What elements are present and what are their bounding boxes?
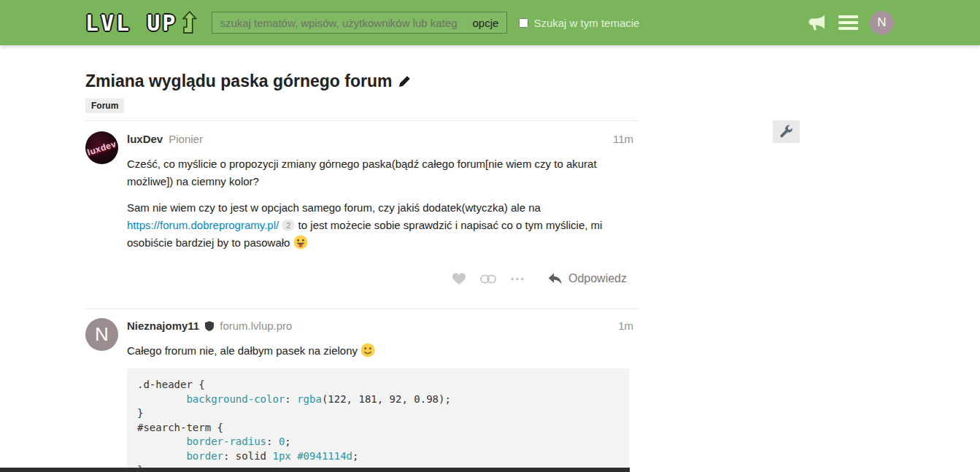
post-2-site: forum.lvlup.pro [220, 320, 292, 332]
reply-arrow-icon [548, 273, 562, 285]
topic-admin-wrench-button[interactable] [773, 120, 800, 143]
post-1-actions: Odpowiedz [127, 269, 638, 288]
search-input[interactable] [212, 17, 464, 29]
post-2-avatar-col: N [85, 318, 127, 472]
code-block: .d-header { background-color: rgba(122, … [127, 368, 629, 472]
category-badge[interactable]: Forum [85, 98, 124, 113]
post-2: N Nieznajomy11 forum.lvlup.pro 1m Całego… [85, 309, 638, 472]
post-1-meta: luxDev Pionier 11m [127, 131, 638, 145]
reply-button-label: Odpowiedz [568, 272, 627, 285]
up-arrow-logo-icon [181, 9, 197, 36]
post-1-content: Cześć, co myślicie o propozycji zmiany g… [127, 155, 638, 252]
post-1-user-title: Pionier [169, 133, 203, 145]
edit-title-button[interactable] [398, 75, 411, 88]
post-1-avatar-col: luxdev [85, 131, 127, 309]
current-user-avatar[interactable]: N [870, 11, 894, 35]
reply-button[interactable]: Odpowiedz [548, 272, 627, 285]
post-2-avatar[interactable]: N [85, 318, 118, 351]
search-in-topic-toggle: Szukaj w tym temacie [519, 17, 639, 29]
topic-category-row: Forum [85, 98, 638, 121]
post-2-content: Całego frorum nie, ale dałbym pasek na z… [127, 342, 638, 472]
search-bar: opcje Szukaj w tym temacie [212, 12, 639, 34]
post-1-paragraph-1: Cześć, co myślicie o propozycji zmiany g… [127, 155, 638, 190]
search-box: opcje [212, 12, 507, 34]
external-link[interactable]: https://forum.dobreprogramy.pl/ [127, 219, 279, 231]
site-logo[interactable]: LVL UP [85, 9, 197, 36]
search-in-topic-checkbox[interactable] [519, 18, 528, 28]
search-in-topic-label: Szukaj w tym temacie [533, 17, 639, 29]
code-block-content: .d-header { background-color: rgba(122, … [137, 379, 451, 472]
header-icons: N [807, 11, 894, 35]
topic-main: Zmiana wyglądu paska górnego forum Forum… [85, 71, 638, 472]
heart-like-icon [452, 272, 466, 285]
post-1-avatar[interactable]: luxdev [85, 131, 118, 164]
more-actions-button[interactable] [503, 269, 532, 288]
post-1: luxdev luxDev Pionier 11m Cześć, co myśl… [85, 121, 638, 309]
share-link-button[interactable] [474, 269, 503, 288]
announcements-button[interactable] [807, 14, 827, 31]
hamburger-menu-button[interactable] [838, 15, 858, 30]
post-2-author[interactable]: Nieznajomy11 [127, 320, 199, 332]
site-header: LVL UP opcje Szukaj w tym temacie N [0, 0, 980, 45]
bullhorn-icon [807, 14, 827, 31]
link-click-count-badge: 2 [282, 220, 295, 231]
post-1-timestamp[interactable]: 11m [613, 133, 638, 145]
pencil-edit-icon [398, 75, 411, 88]
wrench-admin-icon [779, 125, 793, 139]
slight-smile-emoji [360, 343, 375, 357]
post-1-author[interactable]: luxDev [127, 133, 163, 145]
bottom-taskbar-strip [0, 468, 630, 472]
stuck-out-tongue-emoji [293, 235, 308, 249]
moderator-shield-icon [205, 321, 214, 331]
post-2-meta: Nieznajomy11 forum.lvlup.pro 1m [127, 318, 638, 332]
post-2-paragraph: Całego frorum nie, ale dałbym pasek na z… [127, 342, 638, 360]
search-options-link[interactable]: opcje [465, 17, 507, 29]
post-1-paragraph-2: Sam nie wiem czy to jest w opcjach sameg… [127, 199, 638, 252]
hamburger-menu-icon [838, 15, 858, 30]
ellipsis-more-icon [511, 277, 524, 281]
topic-title: Zmiana wyglądu paska górnego forum [85, 71, 638, 91]
link-share-icon [480, 274, 496, 284]
site-logo-text: LVL UP [85, 10, 177, 36]
topic-title-text: Zmiana wyglądu paska górnego forum [85, 71, 392, 91]
like-button[interactable] [444, 269, 474, 288]
post-2-timestamp[interactable]: 1m [618, 320, 638, 332]
